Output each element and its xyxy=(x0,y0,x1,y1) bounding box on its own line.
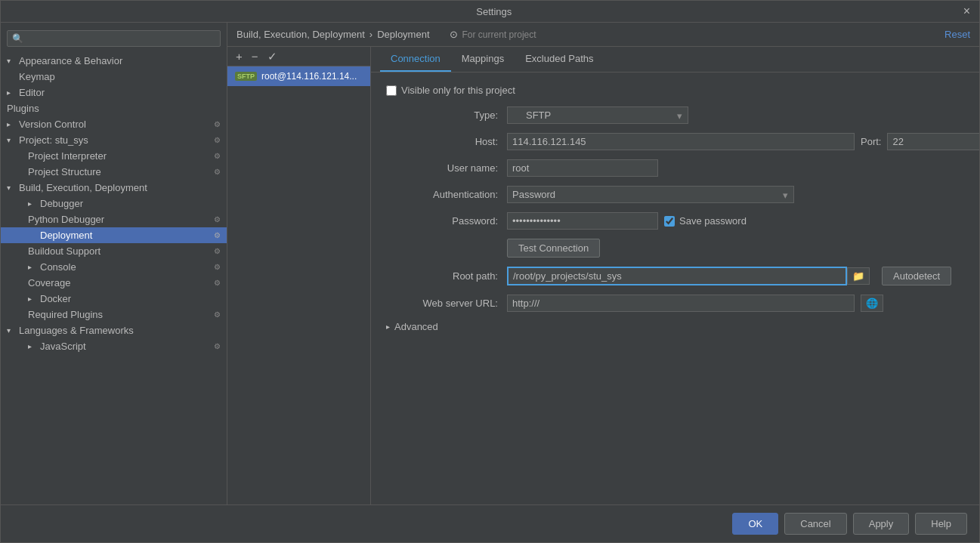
config-icon-js: ⚙ xyxy=(214,342,221,350)
sidebar-item-project-interpreter[interactable]: Project Interpreter ⚙ xyxy=(1,148,227,164)
sidebar-item-docker[interactable]: ▸ Docker xyxy=(1,291,227,307)
config-icon-coverage: ⚙ xyxy=(214,279,221,287)
sidebar-item-keymap[interactable]: Keymap xyxy=(1,69,227,85)
sidebar-item-required-plugins[interactable]: Required Plugins ⚙ xyxy=(1,307,227,322)
sidebar-item-buildout[interactable]: Buildout Support ⚙ xyxy=(1,243,227,259)
cancel-button[interactable]: Cancel xyxy=(784,513,846,535)
search-input[interactable] xyxy=(7,30,221,47)
help-button[interactable]: Help xyxy=(915,513,967,535)
sidebar-item-deployment[interactable]: Deployment ⚙ xyxy=(1,227,227,243)
sidebar-item-label: JavaScript xyxy=(40,341,86,352)
tab-mappings[interactable]: Mappings xyxy=(451,47,515,72)
sidebar-item-version-control[interactable]: ▸ Version Control ⚙ xyxy=(1,116,227,132)
for-project-label: For current project xyxy=(462,29,536,40)
auth-control: Password Key pair OpenSSH config and aut… xyxy=(507,186,964,203)
sidebar-item-python-debugger[interactable]: Python Debugger ⚙ xyxy=(1,211,227,227)
sidebar-item-build-exec[interactable]: ▾ Build, Execution, Deployment xyxy=(1,180,227,196)
server-panel: + − ✓ SFTP root@114.116.121.14... xyxy=(227,47,371,504)
type-dropdown[interactable]: SFTP FTP FTPS xyxy=(507,106,688,124)
sidebar-item-label: Deployment xyxy=(40,230,92,241)
root-path-wrapper: 📁 xyxy=(507,267,870,285)
password-input[interactable] xyxy=(507,212,658,230)
root-path-row: Root path: 📁 Autodetect xyxy=(386,267,964,285)
config-icon-buildout: ⚙ xyxy=(214,247,221,255)
advanced-expand-icon: ▸ xyxy=(386,322,390,331)
port-input[interactable] xyxy=(887,133,979,150)
expand-icon-console: ▸ xyxy=(28,263,37,271)
type-control: SFTP FTP FTPS xyxy=(507,106,964,124)
breadcrumb-arrow: › xyxy=(369,29,373,40)
ok-button[interactable]: OK xyxy=(732,513,778,535)
host-row: Host: Port: xyxy=(386,133,964,150)
advanced-label: Advanced xyxy=(394,321,438,332)
server-list-item[interactable]: SFTP root@114.116.121.14... xyxy=(227,66,370,86)
autodetect-button[interactable]: Autodetect xyxy=(882,267,951,285)
sidebar-item-label: Coverage xyxy=(28,277,70,288)
expand-icon-build: ▾ xyxy=(7,184,16,192)
expand-icon-editor: ▸ xyxy=(7,88,16,97)
sidebar-item-languages[interactable]: ▾ Languages & Frameworks xyxy=(1,322,227,338)
apply-button[interactable]: Apply xyxy=(853,513,910,535)
sidebar-item-coverage[interactable]: Coverage ⚙ xyxy=(1,275,227,291)
remove-server-button[interactable]: − xyxy=(249,50,261,63)
sidebar-item-debugger[interactable]: ▸ Debugger xyxy=(1,196,227,211)
host-label: Host: xyxy=(386,136,507,147)
sidebar-item-label: Keymap xyxy=(19,71,55,82)
host-control: Port: xyxy=(507,133,979,150)
test-connection-row: Test Connection xyxy=(386,239,964,258)
server-toolbar: + − ✓ xyxy=(227,47,370,66)
tab-excluded-paths[interactable]: Excluded Paths xyxy=(515,47,604,72)
sidebar-item-project[interactable]: ▾ Project: stu_sys ⚙ xyxy=(1,132,227,148)
username-control xyxy=(507,159,964,177)
config-icon-console: ⚙ xyxy=(214,263,221,271)
expand-icon-js: ▸ xyxy=(28,342,37,350)
save-password-label[interactable]: Save password xyxy=(664,215,747,227)
auth-dropdown[interactable]: Password Key pair OpenSSH config and aut… xyxy=(507,186,794,203)
visible-only-label[interactable]: Visible only for this project xyxy=(401,85,515,96)
username-input[interactable] xyxy=(507,159,658,177)
web-url-input[interactable] xyxy=(507,295,855,312)
expand-icon-vc: ▸ xyxy=(7,120,16,128)
right-panel: Connection Mappings Excluded Paths Visib… xyxy=(371,47,979,504)
root-path-label: Root path: xyxy=(386,270,507,282)
expand-icon-appearance: ▾ xyxy=(7,57,16,65)
auth-row: Authentication: Password Key pair OpenSS… xyxy=(386,186,964,203)
add-server-button[interactable]: + xyxy=(233,50,245,63)
breadcrumb-current: Deployment xyxy=(377,29,429,40)
visible-only-checkbox[interactable] xyxy=(386,85,397,96)
content-area: + − ✓ SFTP root@114.116.121.14... Conn xyxy=(227,47,979,504)
test-connection-button[interactable]: Test Connection xyxy=(507,239,600,258)
sidebar-item-label: Languages & Frameworks xyxy=(19,325,134,336)
sidebar-item-editor[interactable]: ▸ Editor xyxy=(1,85,227,100)
sidebar-item-label: Debugger xyxy=(40,198,83,209)
breadcrumb-parent: Build, Execution, Deployment xyxy=(236,29,365,40)
advanced-row[interactable]: ▸ Advanced xyxy=(386,321,964,332)
config-icon-project: ⚙ xyxy=(214,136,221,144)
config-icon-vc: ⚙ xyxy=(214,120,221,128)
host-input[interactable] xyxy=(507,133,855,150)
settings-panel: Visible only for this project Type: SFTP… xyxy=(371,73,979,504)
sidebar-item-project-structure[interactable]: Project Structure ⚙ xyxy=(1,164,227,180)
sidebar-item-javascript[interactable]: ▸ JavaScript ⚙ xyxy=(1,338,227,354)
sidebar-item-plugins[interactable]: Plugins xyxy=(1,100,227,116)
sidebar-item-console[interactable]: ▸ Console ⚙ xyxy=(1,259,227,275)
close-button[interactable]: × xyxy=(963,5,970,17)
type-row: Type: SFTP FTP FTPS xyxy=(386,106,964,124)
root-path-input[interactable] xyxy=(507,267,847,285)
reset-button[interactable]: Reset xyxy=(944,29,970,40)
username-label: User name: xyxy=(386,162,507,174)
open-browser-button[interactable]: 🌐 xyxy=(861,295,883,312)
title-bar: Settings × xyxy=(1,1,979,23)
auth-label: Authentication: xyxy=(386,189,507,200)
sidebar-item-label: Project Interpreter xyxy=(28,150,107,162)
save-password-checkbox[interactable] xyxy=(664,216,675,227)
sidebar-item-appearance[interactable]: ▾ Appearance & Behavior xyxy=(1,53,227,69)
tab-connection[interactable]: Connection xyxy=(380,47,451,72)
sidebar-item-label: Docker xyxy=(40,293,71,304)
check-server-button[interactable]: ✓ xyxy=(265,50,280,63)
breadcrumb-bar: Build, Execution, Deployment › Deploymen… xyxy=(227,23,979,47)
folder-browse-button[interactable]: 📁 xyxy=(847,267,870,285)
web-url-control: 🌐 xyxy=(507,295,964,312)
tabs-bar: Connection Mappings Excluded Paths xyxy=(371,47,979,73)
password-label: Password: xyxy=(386,215,507,227)
